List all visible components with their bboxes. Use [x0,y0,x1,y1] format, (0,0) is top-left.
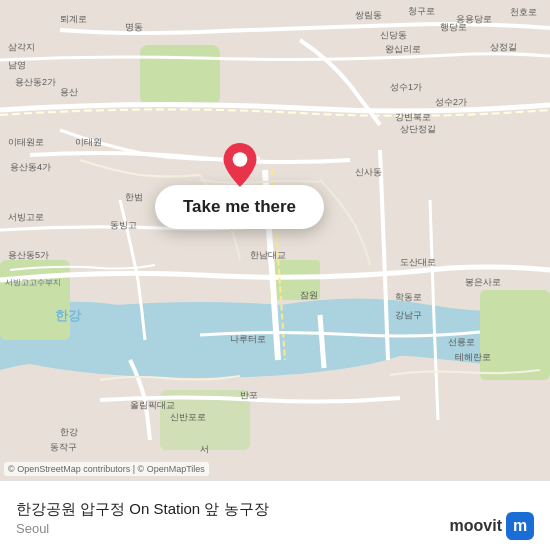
svg-text:한강: 한강 [60,427,78,437]
svg-text:한강: 한강 [55,308,82,323]
location-pin-icon [222,143,258,187]
svg-point-51 [232,152,247,167]
map-copyright: © OpenStreetMap contributors | © OpenMap… [4,462,209,476]
svg-text:왕십리로: 왕십리로 [385,44,421,54]
svg-text:용산동4가: 용산동4가 [10,162,51,172]
map-container: 퇴계로 명동 쌍림동 청구로 응용당로 천호로 신당동 행당로 왕십리로 상정길… [0,0,550,480]
svg-rect-2 [140,45,220,105]
svg-text:신사동: 신사동 [355,167,382,177]
svg-text:서빙고고수부지: 서빙고고수부지 [5,278,61,287]
moovit-wordmark: moovit [450,517,502,535]
moovit-letter: m [513,517,527,535]
svg-text:서: 서 [200,444,209,454]
map-svg: 퇴계로 명동 쌍림동 청구로 응용당로 천호로 신당동 행당로 왕십리로 상정길… [0,0,550,480]
svg-text:남영: 남영 [8,60,26,70]
svg-text:테헤란로: 테헤란로 [455,352,491,362]
svg-text:동작구: 동작구 [50,442,77,452]
svg-text:올림픽대교: 올림픽대교 [130,400,175,410]
svg-text:신당동: 신당동 [380,30,407,40]
svg-text:삼각지: 삼각지 [8,42,35,52]
svg-text:봉은사로: 봉은사로 [465,277,501,287]
moovit-logo: moovit m [450,512,534,540]
svg-text:한범: 한범 [125,192,143,202]
svg-text:청구로: 청구로 [408,6,435,16]
moovit-icon-badge: m [506,512,534,540]
svg-text:한남대교: 한남대교 [250,250,286,260]
bottom-bar: 한강공원 압구정 On Station 앞 농구장 Seoul moovit m [0,480,550,550]
svg-text:용산: 용산 [60,87,78,97]
svg-text:강남구: 강남구 [395,310,422,320]
take-me-there-label: Take me there [183,197,296,217]
svg-text:강변북로: 강변북로 [395,112,431,122]
svg-text:이태원: 이태원 [75,137,102,147]
svg-text:상정길: 상정길 [490,42,517,52]
place-name: 한강공원 압구정 On Station 앞 농구장 [16,500,269,519]
svg-text:퇴계로: 퇴계로 [60,14,87,24]
svg-text:서빙고로: 서빙고로 [8,212,44,222]
svg-text:학동로: 학동로 [395,292,422,302]
svg-text:명동: 명동 [125,22,143,32]
svg-text:선릉로: 선릉로 [448,337,475,347]
svg-rect-0 [0,0,550,480]
svg-rect-3 [0,260,70,340]
svg-text:도산대로: 도산대로 [400,257,436,267]
svg-text:용산동2가: 용산동2가 [15,77,56,87]
svg-text:성수1가: 성수1가 [390,82,422,92]
svg-text:신반포로: 신반포로 [170,412,206,422]
svg-text:잠원: 잠원 [300,290,318,300]
svg-text:상단정길: 상단정길 [400,124,436,134]
svg-text:동빙고: 동빙고 [110,220,137,230]
svg-text:이태원로: 이태원로 [8,137,44,147]
svg-rect-4 [480,290,550,380]
svg-text:천호로: 천호로 [510,7,537,17]
take-me-there-button[interactable]: Take me there [155,185,324,229]
svg-text:쌍림동: 쌍림동 [355,10,382,20]
svg-text:성수2가: 성수2가 [435,97,467,107]
svg-text:나루터로: 나루터로 [230,334,266,344]
city-label: Seoul [16,521,269,536]
svg-text:반포: 반포 [240,390,258,400]
svg-text:용산동5가: 용산동5가 [8,250,49,260]
svg-text:행당로: 행당로 [440,22,467,32]
